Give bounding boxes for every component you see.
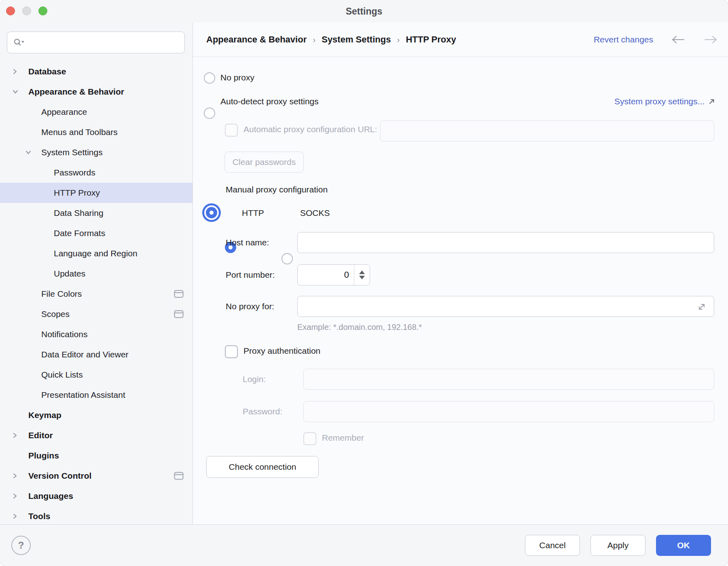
titlebar: Settings [0, 0, 728, 23]
sidebar-item-data-sharing[interactable]: Data Sharing [0, 203, 193, 223]
sidebar-item-label: HTTP Proxy [54, 188, 100, 198]
chevron-down-icon[interactable] [25, 150, 41, 155]
apply-button[interactable]: Apply [590, 535, 645, 556]
ok-button[interactable]: OK [656, 535, 711, 556]
socks-label[interactable]: SOCKS [300, 208, 330, 218]
port-number-field [297, 264, 370, 285]
host-name-input[interactable] [297, 232, 714, 253]
sidebar-item-tools[interactable]: Tools [0, 506, 193, 524]
sidebar-item-label: Editor [28, 431, 53, 440]
sidebar-item-label: Quick Lists [41, 370, 83, 380]
port-stepper[interactable] [354, 265, 370, 285]
sidebar-item-version-control[interactable]: Version Control [0, 466, 193, 486]
sidebar-item-label: Version Control [28, 471, 91, 481]
sidebar-item-label: Appearance [41, 107, 87, 117]
close-button[interactable] [6, 6, 15, 15]
remember-checkbox[interactable] [303, 432, 316, 445]
chevron-down-icon[interactable] [12, 89, 28, 95]
sidebar-item-http-proxy[interactable]: HTTP Proxy [0, 183, 193, 203]
minimize-button[interactable] [22, 6, 31, 15]
table-icon [174, 290, 184, 298]
sidebar-item-label: Appearance & Behavior [28, 87, 124, 97]
chevron-right-icon[interactable] [12, 513, 28, 520]
password-input[interactable] [303, 401, 714, 422]
sidebar-item-updates[interactable]: Updates [0, 264, 193, 284]
port-number-input[interactable] [298, 265, 354, 285]
manual-proxy-label[interactable]: Manual proxy configuration [226, 185, 328, 194]
sidebar-item-date-formats[interactable]: Date Formats [0, 223, 193, 243]
forward-arrow-icon[interactable] [703, 35, 718, 44]
sidebar-item-database[interactable]: Database [0, 61, 193, 82]
auto-config-checkbox[interactable] [225, 124, 238, 137]
window-title: Settings [0, 0, 728, 23]
search-box[interactable] [7, 32, 185, 53]
chevron-right-icon[interactable] [12, 473, 28, 479]
content-header: Appearance & Behavior › System Settings … [193, 23, 728, 57]
http-label[interactable]: HTTP [242, 208, 264, 218]
sidebar-item-label: Passwords [54, 168, 95, 177]
sidebar-item-languages[interactable]: Languages [0, 486, 193, 506]
sidebar-item-plugins[interactable]: Plugins [0, 446, 193, 466]
expand-field-icon[interactable] [697, 302, 706, 311]
sidebar-item-language-and-region[interactable]: Language and Region [0, 243, 193, 264]
search-input[interactable] [28, 34, 184, 51]
sidebar-item-notifications[interactable]: Notifications [0, 324, 193, 344]
password-label: Password: [243, 407, 282, 416]
breadcrumb-http-proxy: HTTP Proxy [406, 34, 456, 45]
sidebar-item-appearance-behavior[interactable]: Appearance & Behavior [0, 82, 193, 102]
sidebar-item-passwords[interactable]: Passwords [0, 163, 193, 183]
sidebar-item-label: Menus and Toolbars [41, 127, 118, 137]
no-proxy-for-hint: Example: *.domain.com, 192.168.* [297, 323, 422, 332]
cancel-button[interactable]: Cancel [525, 535, 580, 556]
login-input[interactable] [303, 369, 714, 390]
system-proxy-settings-link[interactable]: System proxy settings... [614, 97, 705, 106]
sidebar-item-label: File Colors [41, 289, 82, 299]
auto-detect-label[interactable]: Auto-detect proxy settings [220, 97, 319, 106]
check-connection-button[interactable]: Check connection [206, 456, 319, 478]
breadcrumb-separator: › [397, 35, 400, 44]
proxy-auth-checkbox[interactable] [225, 345, 238, 358]
revert-changes-link[interactable]: Revert changes [594, 35, 653, 44]
table-icon [174, 472, 184, 480]
help-button[interactable]: ? [11, 536, 31, 555]
no-proxy-for-input[interactable] [297, 296, 714, 317]
content-pane: Appearance & Behavior › System Settings … [193, 23, 728, 524]
sidebar-item-system-settings[interactable]: System Settings [0, 142, 193, 163]
chevron-right-icon[interactable] [12, 432, 28, 439]
proxy-auth-label[interactable]: Proxy authentication [243, 346, 320, 356]
sidebar-item-label: Keymap [28, 410, 61, 420]
clear-passwords-button[interactable]: Clear passwords [224, 152, 304, 173]
no-proxy-label[interactable]: No proxy [220, 73, 254, 82]
sidebar-item-label: Date Formats [54, 228, 105, 238]
no-proxy-radio[interactable] [204, 72, 215, 84]
sidebar-item-keymap[interactable]: Keymap [0, 405, 193, 425]
sidebar-item-editor[interactable]: Editor [0, 425, 193, 446]
zoom-button[interactable] [38, 6, 47, 15]
sidebar-item-quick-lists[interactable]: Quick Lists [0, 365, 193, 385]
breadcrumb: Appearance & Behavior › System Settings … [206, 34, 456, 45]
sidebar-item-label: Database [28, 67, 66, 76]
sidebar-item-label: Languages [28, 491, 73, 501]
sidebar-item-data-editor-and-viewer[interactable]: Data Editor and Viewer [0, 344, 193, 365]
sidebar-item-file-colors[interactable]: File Colors [0, 284, 193, 304]
back-arrow-icon[interactable] [671, 35, 686, 44]
socks-radio[interactable] [281, 253, 293, 264]
sidebar-item-label: Data Editor and Viewer [41, 350, 129, 359]
auto-config-url-input[interactable] [380, 120, 714, 142]
sidebar-item-label: Updates [54, 269, 85, 279]
help-icon: ? [18, 540, 24, 551]
sidebar-item-menus-and-toolbars[interactable]: Menus and Toolbars [0, 122, 193, 142]
chevron-right-icon[interactable] [12, 493, 28, 499]
breadcrumb-system-settings[interactable]: System Settings [322, 34, 391, 45]
sidebar-item-presentation-assistant[interactable]: Presentation Assistant [0, 385, 193, 405]
search-icon [13, 38, 25, 47]
chevron-right-icon[interactable] [12, 68, 28, 75]
breadcrumb-appearance-behavior[interactable]: Appearance & Behavior [206, 34, 307, 45]
sidebar-item-scopes[interactable]: Scopes [0, 304, 193, 324]
cancel-label: Cancel [539, 541, 565, 550]
manual-proxy-radio[interactable] [206, 207, 217, 218]
sidebar-item-appearance[interactable]: Appearance [0, 102, 193, 122]
auto-detect-radio[interactable] [204, 108, 215, 119]
sidebar-item-label: Presentation Assistant [41, 390, 125, 400]
clear-passwords-label: Clear passwords [233, 157, 296, 167]
